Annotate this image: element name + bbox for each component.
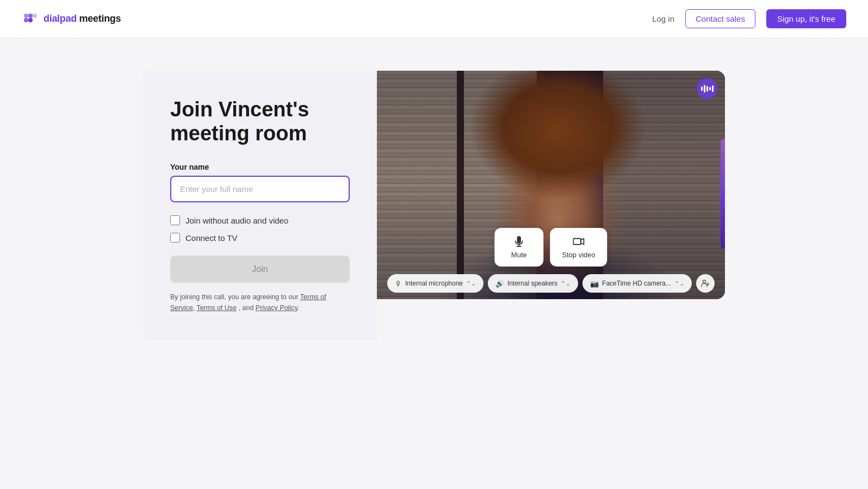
audio-bar-5 <box>712 85 714 92</box>
microphone-selector[interactable]: 🎙 Internal microphone ⌃⌄ <box>387 274 483 293</box>
camera-icon <box>573 236 585 247</box>
dialpad-logo-icon <box>22 13 39 25</box>
add-device-button[interactable] <box>696 274 715 293</box>
svg-point-3 <box>28 18 33 22</box>
join-form-panel: Join Vincent's meeting room Your name Jo… <box>143 71 377 341</box>
connect-tv-label[interactable]: Connect to TV <box>185 233 238 243</box>
connect-tv-checkbox[interactable] <box>170 233 180 243</box>
login-link[interactable]: Log in <box>652 14 674 23</box>
name-label: Your name <box>170 163 350 171</box>
logo-text: dialpad meetings <box>44 13 121 24</box>
speaker-chevron-icon: ⌃⌄ <box>561 280 571 287</box>
join-without-av-label[interactable]: Join without audio and video <box>185 216 288 225</box>
mute-button[interactable]: Mute <box>494 228 543 267</box>
audio-bar-3 <box>706 86 708 91</box>
camera-selector[interactable]: 📷 FaceTime HD camera... ⌃⌄ <box>582 274 692 293</box>
camera-selector-label: FaceTime HD camera... <box>602 280 671 287</box>
svg-point-8 <box>703 280 705 283</box>
main-content: Join Vincent's meeting room Your name Jo… <box>0 38 868 362</box>
audio-bar-2 <box>704 85 705 92</box>
join-title: Join Vincent's meeting room <box>170 98 350 145</box>
video-feed: Mute Stop video 🎙 Internal microphone ⌃⌄ <box>377 71 725 299</box>
terms-text: By joining this call, you are agreeing t… <box>170 292 350 313</box>
header: dialpad meetings Log in Contact sales Si… <box>0 0 868 38</box>
join-button[interactable]: Join <box>170 256 350 283</box>
audio-bars <box>701 85 714 92</box>
mic-selector-icon: 🎙 <box>395 280 402 288</box>
svg-point-4 <box>33 14 37 18</box>
svg-point-0 <box>24 14 28 18</box>
video-controls: Mute Stop video <box>494 228 607 267</box>
join-without-av-checkbox[interactable] <box>170 215 180 225</box>
svg-point-2 <box>24 18 28 22</box>
purple-accent <box>721 139 725 248</box>
camera-selector-icon: 📷 <box>590 280 599 288</box>
terms-of-use-link[interactable]: Terms of Use <box>196 304 237 312</box>
camera-chevron-icon: ⌃⌄ <box>674 280 684 287</box>
connect-tv-checkbox-row: Connect to TV <box>170 233 350 243</box>
stop-video-button[interactable]: Stop video <box>550 228 607 267</box>
speaker-selector-icon: 🔊 <box>495 280 504 288</box>
audio-video-checkbox-row: Join without audio and video <box>170 215 350 225</box>
mic-selector-label: Internal microphone <box>405 280 463 287</box>
header-nav: Log in Contact sales Sign up, it's free <box>652 9 846 28</box>
signup-button[interactable]: Sign up, it's free <box>766 9 846 28</box>
stop-video-label: Stop video <box>562 251 595 259</box>
contact-sales-button[interactable]: Contact sales <box>685 9 755 28</box>
speaker-selector-label: Internal speakers <box>507 280 557 287</box>
logo: dialpad meetings <box>22 13 121 25</box>
mic-chevron-icon: ⌃⌄ <box>466 280 476 287</box>
device-selectors: 🎙 Internal microphone ⌃⌄ 🔊 Internal spea… <box>387 274 715 293</box>
add-person-icon <box>701 279 710 288</box>
speaker-selector[interactable]: 🔊 Internal speakers ⌃⌄ <box>488 274 578 293</box>
name-input[interactable] <box>170 176 350 202</box>
svg-rect-7 <box>573 239 581 245</box>
mute-label: Mute <box>511 251 527 259</box>
audio-bar-4 <box>709 87 711 90</box>
privacy-policy-link[interactable]: Privacy Policy <box>256 304 297 312</box>
svg-point-1 <box>28 14 33 18</box>
mic-icon <box>513 236 525 247</box>
audio-bar-1 <box>701 86 703 91</box>
audio-indicator <box>697 78 717 99</box>
video-panel: Mute Stop video 🎙 Internal microphone ⌃⌄ <box>377 71 725 299</box>
